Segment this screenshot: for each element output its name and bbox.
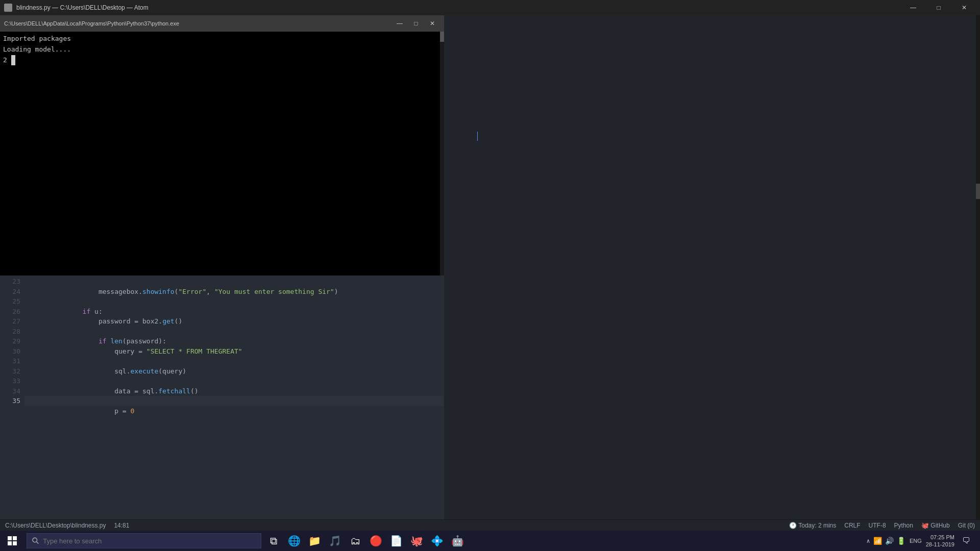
editor-panel: C:\Users\DELL\AppData\Local\Programs\Pyt…: [0, 15, 444, 531]
title-bar: blindness.py — C:\Users\DELL\Desktop — A…: [0, 0, 980, 15]
notification-button[interactable]: 🗨: [959, 531, 974, 551]
svg-rect-1: [13, 536, 17, 540]
terminal-line-1: Imported packages: [3, 34, 441, 44]
line-num-28: 28: [4, 327, 20, 337]
line-num-25: 25: [4, 296, 20, 307]
svg-rect-3: [13, 541, 17, 545]
terminal-scrollbar-thumb: [440, 32, 444, 42]
app-icon-10[interactable]: 🤖: [447, 531, 468, 551]
clock-time: 07:25 PM: [926, 534, 954, 541]
code-line-28: if len(password):: [24, 327, 444, 337]
encoding: UTF-8: [869, 522, 886, 529]
close-button[interactable]: ✕: [952, 0, 976, 15]
wifi-icon: 📶: [873, 537, 882, 545]
spotify-icon[interactable]: 🎵: [325, 531, 345, 551]
editor-cursor: [477, 132, 478, 141]
app-icon-9[interactable]: 💠: [427, 531, 447, 551]
main-area: C:\Users\DELL\AppData\Local\Programs\Pyt…: [0, 15, 980, 531]
atom-icon: [4, 4, 12, 12]
line-num-32: 32: [4, 366, 20, 377]
line-num-23: 23: [4, 277, 20, 287]
window-title: blindness.py — C:\Users\DELL\Desktop — A…: [16, 4, 149, 11]
taskbar-left: ⧉ 🌐 📁 🎵 🗂 🔴 📄 🐙 💠 🤖: [0, 531, 468, 551]
line-num-29: 29: [4, 336, 20, 346]
line-num-31: 31: [4, 356, 20, 366]
terminal-window: C:\Users\DELL\AppData\Local\Programs\Pyt…: [0, 15, 444, 276]
terminal-close[interactable]: ✕: [425, 18, 440, 29]
line-num-35: 35: [4, 396, 20, 406]
line-num-27: 27: [4, 316, 20, 327]
line-num-26: 26: [4, 307, 20, 317]
terminal-scrollbar[interactable]: [440, 32, 444, 276]
line-ending: CRLF: [844, 522, 860, 529]
line-num-24: 24: [4, 287, 20, 297]
code-line-23: messagebox.showinfo("Error", "You must e…: [24, 277, 444, 287]
adobe-icon[interactable]: 📄: [386, 531, 406, 551]
terminal-titlebar: C:\Users\DELL\AppData\Local\Programs\Pyt…: [0, 15, 444, 32]
app-icon-6[interactable]: 🔴: [365, 531, 386, 551]
svg-line-5: [37, 542, 39, 544]
terminal-line-2: Loading model....: [3, 44, 441, 55]
status-right: 🕐 Today: 2 mins CRLF UTF-8 Python 🐙 GitH…: [789, 522, 975, 529]
right-panel: [444, 15, 980, 531]
right-scrollbar[interactable]: [976, 15, 980, 531]
clock: 07:25 PM 28-11-2019: [926, 534, 954, 548]
github-label: 🐙 GitHub: [921, 522, 950, 529]
terminal-controls: — □ ✕: [392, 18, 440, 29]
right-scrollbar-thumb: [976, 184, 980, 199]
status-bar: C:\Users\DELL\Desktop\blindness.py 14:81…: [0, 519, 980, 531]
svg-rect-0: [8, 536, 12, 540]
taskbar: ⧉ 🌐 📁 🎵 🗂 🔴 📄 🐙 💠 🤖 ∧ 📶 🔊 🔋 ENG 07:25 PM…: [0, 531, 980, 551]
file-explorer-icon[interactable]: 📁: [304, 531, 325, 551]
search-input[interactable]: [43, 537, 256, 545]
task-view-button[interactable]: ⧉: [263, 531, 284, 551]
file-path: C:\Users\DELL\Desktop\blindness.py: [5, 522, 106, 529]
line-num-33: 33: [4, 376, 20, 386]
maximize-button[interactable]: □: [927, 0, 950, 15]
code-line-25: if u:: [24, 296, 444, 307]
line-num-30: 30: [4, 346, 20, 357]
battery-icon: 🔋: [897, 537, 905, 545]
clock-date: 28-11-2019: [926, 541, 954, 548]
terminal-minimize[interactable]: —: [392, 18, 407, 29]
line-numbers: 23 24 25 26 27 28 29 30 31 32 33 34 35: [0, 276, 24, 531]
terminal-cursor-line: 2: [3, 55, 441, 66]
code-line-35: p = 0: [24, 396, 444, 406]
window-controls: — □ ✕: [901, 0, 976, 15]
svg-rect-2: [8, 541, 12, 545]
title-left: blindness.py — C:\Users\DELL\Desktop — A…: [4, 4, 149, 12]
minimize-button[interactable]: —: [901, 0, 925, 15]
system-icons: ∧ 📶 🔊 🔋: [866, 537, 905, 545]
code-editor[interactable]: 23 24 25 26 27 28 29 30 31 32 33 34 35 m…: [0, 276, 444, 531]
github-desktop-icon[interactable]: 🐙: [406, 531, 427, 551]
terminal-content[interactable]: Imported packages Loading model.... 2: [0, 32, 444, 276]
taskbar-right: ∧ 📶 🔊 🔋 ENG 07:25 PM 28-11-2019 🗨: [860, 531, 980, 551]
explorer2-icon[interactable]: 🗂: [345, 531, 365, 551]
edge-icon[interactable]: 🌐: [284, 531, 304, 551]
language: Python: [894, 522, 913, 529]
terminal-maximize[interactable]: □: [408, 18, 424, 29]
line-num-34: 34: [4, 386, 20, 396]
notification-time: 🕐 Today: 2 mins: [789, 522, 836, 529]
code-line-31: sql.execute(query): [24, 356, 444, 366]
search-bar[interactable]: [27, 533, 261, 548]
code-line-33: data = sql.fetchall(): [24, 376, 444, 386]
status-left: C:\Users\DELL\Desktop\blindness.py 14:81: [5, 522, 129, 529]
sound-icon: 🔊: [885, 537, 894, 545]
svg-point-4: [33, 538, 37, 542]
language-indicator: ENG: [910, 538, 922, 544]
hidden-icons-arrow[interactable]: ∧: [866, 538, 870, 544]
terminal-path: C:\Users\DELL\AppData\Local\Programs\Pyt…: [4, 20, 179, 27]
code-content[interactable]: messagebox.showinfo("Error", "You must e…: [24, 276, 444, 531]
start-button[interactable]: [0, 531, 24, 551]
cursor-position: 14:81: [114, 522, 129, 529]
git-label: Git (0): [958, 522, 975, 529]
